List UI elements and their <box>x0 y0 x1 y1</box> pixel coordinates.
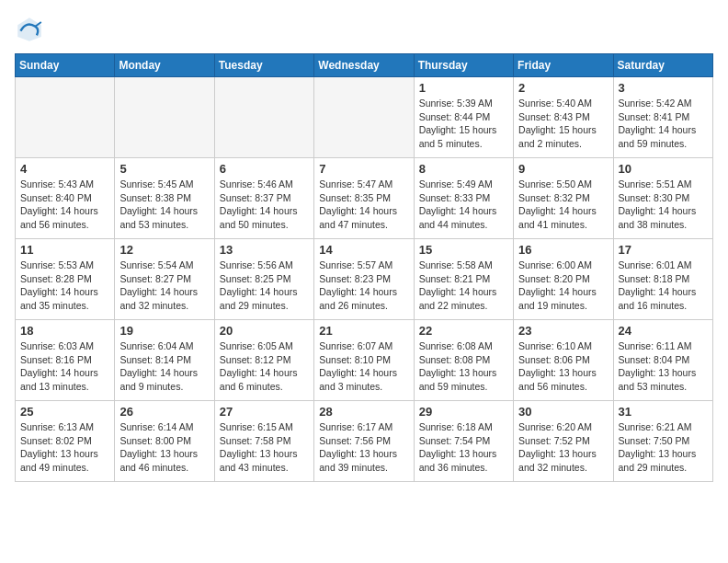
day-of-week-header: Saturday <box>613 54 712 77</box>
day-number: 2 <box>518 81 608 95</box>
calendar-cell: 17Sunrise: 6:01 AM Sunset: 8:18 PM Dayli… <box>613 239 712 320</box>
calendar-cell: 19Sunrise: 6:04 AM Sunset: 8:14 PM Dayli… <box>115 320 214 401</box>
day-info: Sunrise: 5:47 AM Sunset: 8:35 PM Dayligh… <box>319 178 408 232</box>
day-info: Sunrise: 5:50 AM Sunset: 8:32 PM Dayligh… <box>518 178 608 232</box>
week-row: 18Sunrise: 6:03 AM Sunset: 8:16 PM Dayli… <box>16 320 713 401</box>
day-of-week-header: Friday <box>514 54 613 77</box>
day-info: Sunrise: 6:00 AM Sunset: 8:20 PM Dayligh… <box>518 259 608 313</box>
day-info: Sunrise: 5:58 AM Sunset: 8:21 PM Dayligh… <box>419 259 508 313</box>
day-number: 16 <box>518 243 608 257</box>
calendar-cell: 8Sunrise: 5:49 AM Sunset: 8:33 PM Daylig… <box>414 158 513 239</box>
week-row: 1Sunrise: 5:39 AM Sunset: 8:44 PM Daylig… <box>16 77 713 158</box>
day-number: 14 <box>319 243 408 257</box>
day-info: Sunrise: 6:05 AM Sunset: 8:12 PM Dayligh… <box>220 339 309 394</box>
calendar-cell: 23Sunrise: 6:10 AM Sunset: 8:06 PM Dayli… <box>514 320 613 401</box>
day-info: Sunrise: 5:46 AM Sunset: 8:37 PM Dayligh… <box>220 178 309 232</box>
day-info: Sunrise: 6:21 AM Sunset: 7:50 PM Dayligh… <box>619 420 708 475</box>
day-number: 30 <box>518 405 608 419</box>
day-of-week-header: Monday <box>115 54 214 77</box>
day-of-week-header: Wednesday <box>314 54 414 77</box>
day-info: Sunrise: 5:40 AM Sunset: 8:43 PM Dayligh… <box>518 97 608 151</box>
calendar-cell: 24Sunrise: 6:11 AM Sunset: 8:04 PM Dayli… <box>613 320 712 401</box>
calendar-cell: 5Sunrise: 5:45 AM Sunset: 8:38 PM Daylig… <box>115 158 214 239</box>
day-info: Sunrise: 6:17 AM Sunset: 7:56 PM Dayligh… <box>319 420 408 475</box>
day-info: Sunrise: 5:49 AM Sunset: 8:33 PM Dayligh… <box>419 178 508 232</box>
day-number: 4 <box>20 162 109 176</box>
day-of-week-header: Tuesday <box>214 54 313 77</box>
day-number: 7 <box>319 162 408 176</box>
calendar-cell: 20Sunrise: 6:05 AM Sunset: 8:12 PM Dayli… <box>214 320 313 401</box>
calendar-cell: 27Sunrise: 6:15 AM Sunset: 7:58 PM Dayli… <box>214 401 313 482</box>
day-number: 8 <box>419 162 508 176</box>
calendar-header-row: SundayMondayTuesdayWednesdayThursdayFrid… <box>16 54 713 77</box>
calendar-cell: 25Sunrise: 6:13 AM Sunset: 8:02 PM Dayli… <box>16 401 115 482</box>
day-number: 27 <box>220 405 309 419</box>
day-number: 21 <box>319 324 408 338</box>
day-number: 5 <box>119 162 209 176</box>
day-info: Sunrise: 5:43 AM Sunset: 8:40 PM Dayligh… <box>20 178 109 232</box>
week-row: 11Sunrise: 5:53 AM Sunset: 8:28 PM Dayli… <box>16 239 713 320</box>
calendar-cell: 10Sunrise: 5:51 AM Sunset: 8:30 PM Dayli… <box>613 158 712 239</box>
day-number: 12 <box>119 243 209 257</box>
calendar-cell: 18Sunrise: 6:03 AM Sunset: 8:16 PM Dayli… <box>16 320 115 401</box>
day-number: 25 <box>20 405 109 419</box>
calendar-cell: 1Sunrise: 5:39 AM Sunset: 8:44 PM Daylig… <box>414 77 513 158</box>
calendar-cell: 14Sunrise: 5:57 AM Sunset: 8:23 PM Dayli… <box>314 239 414 320</box>
day-number: 6 <box>220 162 309 176</box>
day-info: Sunrise: 6:08 AM Sunset: 8:08 PM Dayligh… <box>419 339 508 394</box>
calendar-cell: 4Sunrise: 5:43 AM Sunset: 8:40 PM Daylig… <box>16 158 115 239</box>
calendar-table: SundayMondayTuesdayWednesdayThursdayFrid… <box>15 53 713 482</box>
day-number: 17 <box>619 243 708 257</box>
day-number: 11 <box>20 243 109 257</box>
day-number: 24 <box>619 324 708 338</box>
day-number: 19 <box>119 324 209 338</box>
page-header <box>15 15 713 44</box>
calendar-cell <box>314 77 414 158</box>
day-of-week-header: Sunday <box>16 54 115 77</box>
day-number: 10 <box>619 162 708 176</box>
calendar-cell: 13Sunrise: 5:56 AM Sunset: 8:25 PM Dayli… <box>214 239 313 320</box>
day-number: 20 <box>220 324 309 338</box>
calendar-cell: 6Sunrise: 5:46 AM Sunset: 8:37 PM Daylig… <box>214 158 313 239</box>
calendar-cell <box>16 77 115 158</box>
day-info: Sunrise: 6:13 AM Sunset: 8:02 PM Dayligh… <box>20 420 109 475</box>
day-info: Sunrise: 5:45 AM Sunset: 8:38 PM Dayligh… <box>119 178 209 232</box>
day-number: 29 <box>419 405 508 419</box>
day-info: Sunrise: 6:18 AM Sunset: 7:54 PM Dayligh… <box>419 420 508 475</box>
calendar-cell: 2Sunrise: 5:40 AM Sunset: 8:43 PM Daylig… <box>514 77 613 158</box>
calendar-cell: 11Sunrise: 5:53 AM Sunset: 8:28 PM Dayli… <box>16 239 115 320</box>
day-number: 9 <box>518 162 608 176</box>
day-info: Sunrise: 6:11 AM Sunset: 8:04 PM Dayligh… <box>619 339 708 394</box>
day-info: Sunrise: 6:07 AM Sunset: 8:10 PM Dayligh… <box>319 339 408 394</box>
day-number: 18 <box>20 324 109 338</box>
calendar-cell: 9Sunrise: 5:50 AM Sunset: 8:32 PM Daylig… <box>514 158 613 239</box>
day-number: 31 <box>619 405 708 419</box>
day-number: 13 <box>220 243 309 257</box>
week-row: 4Sunrise: 5:43 AM Sunset: 8:40 PM Daylig… <box>16 158 713 239</box>
day-info: Sunrise: 5:42 AM Sunset: 8:41 PM Dayligh… <box>619 97 708 151</box>
logo <box>15 15 48 44</box>
calendar-cell: 29Sunrise: 6:18 AM Sunset: 7:54 PM Dayli… <box>414 401 513 482</box>
calendar-cell <box>214 77 313 158</box>
day-info: Sunrise: 6:10 AM Sunset: 8:06 PM Dayligh… <box>518 339 608 394</box>
week-row: 25Sunrise: 6:13 AM Sunset: 8:02 PM Dayli… <box>16 401 713 482</box>
calendar-cell: 28Sunrise: 6:17 AM Sunset: 7:56 PM Dayli… <box>314 401 414 482</box>
day-number: 26 <box>119 405 209 419</box>
day-info: Sunrise: 6:14 AM Sunset: 8:00 PM Dayligh… <box>119 420 209 475</box>
logo-icon <box>15 15 44 44</box>
day-info: Sunrise: 5:57 AM Sunset: 8:23 PM Dayligh… <box>319 259 408 313</box>
day-info: Sunrise: 5:54 AM Sunset: 8:27 PM Dayligh… <box>119 259 209 313</box>
day-number: 15 <box>419 243 508 257</box>
calendar-cell: 12Sunrise: 5:54 AM Sunset: 8:27 PM Dayli… <box>115 239 214 320</box>
day-number: 3 <box>619 81 708 95</box>
day-info: Sunrise: 6:04 AM Sunset: 8:14 PM Dayligh… <box>119 339 209 394</box>
day-info: Sunrise: 6:01 AM Sunset: 8:18 PM Dayligh… <box>619 259 708 313</box>
calendar-cell: 3Sunrise: 5:42 AM Sunset: 8:41 PM Daylig… <box>613 77 712 158</box>
calendar-cell: 30Sunrise: 6:20 AM Sunset: 7:52 PM Dayli… <box>514 401 613 482</box>
calendar-cell: 7Sunrise: 5:47 AM Sunset: 8:35 PM Daylig… <box>314 158 414 239</box>
day-info: Sunrise: 6:03 AM Sunset: 8:16 PM Dayligh… <box>20 339 109 394</box>
calendar-cell: 21Sunrise: 6:07 AM Sunset: 8:10 PM Dayli… <box>314 320 414 401</box>
calendar-cell <box>115 77 214 158</box>
calendar-cell: 16Sunrise: 6:00 AM Sunset: 8:20 PM Dayli… <box>514 239 613 320</box>
day-info: Sunrise: 5:56 AM Sunset: 8:25 PM Dayligh… <box>220 259 309 313</box>
